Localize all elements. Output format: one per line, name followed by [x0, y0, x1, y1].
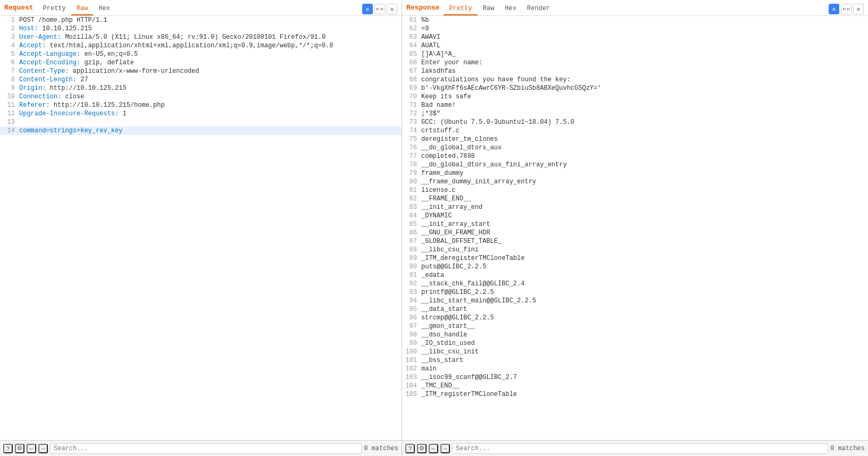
table-row: 4 Accept: text/html,application/xhtml+xm… — [0, 41, 402, 50]
table-row: 105_ITM_registerTMCloneTable — [402, 390, 868, 399]
table-row: 80__frame_dummy_init_array_entry — [402, 178, 868, 186]
table-row: 63AWAVI — [402, 33, 868, 41]
table-row: 102main — [402, 365, 868, 373]
response-search-input[interactable] — [452, 443, 828, 454]
request-settings-btn[interactable]: ⚙ — [15, 444, 24, 453]
table-row: 94__libc_start_main@@GLIBC_2.2.5 — [402, 297, 868, 305]
request-forward-btn[interactable]: → — [38, 444, 48, 453]
table-row: 70Keep its safe — [402, 92, 868, 101]
tab-request-hex[interactable]: Hex — [93, 3, 115, 15]
table-row: 7 Content-Type: application/x-www-form-u… — [0, 67, 402, 75]
request-bottom-bar: ? ⚙ ← → 0 matches — [0, 441, 402, 456]
table-row: 3 User-Agent: Mozilla/5.0 (X11; Linux x8… — [0, 33, 402, 41]
tab-response-render[interactable]: Render — [522, 3, 555, 15]
table-row: 99_IO_stdin_used — [402, 339, 868, 348]
table-row: 2 Host: 10.10.125.215 — [0, 24, 402, 33]
table-row: 69b'-VkgXhFf6sAEcAwrC6YR-SZbiuSb8ABXeQuv… — [402, 84, 868, 92]
request-content: 1 POST /home.php HTTP/1.1 2 Host: 10.10.… — [0, 16, 402, 440]
table-row: 73GCC: (Ubuntu 7.5.0-3ubuntu1~18.04) 7.5… — [402, 118, 868, 126]
table-row: 67laksdhfas — [402, 67, 868, 75]
table-row: 11 Referer: http://10.10.125.215/home.ph… — [0, 101, 402, 109]
table-row: 13 — [0, 118, 402, 126]
table-row: 96strcmp@@GLIBC_2.2.5 — [402, 314, 868, 322]
tab-response-raw[interactable]: Raw — [478, 3, 500, 15]
response-forward-btn[interactable]: → — [440, 444, 450, 453]
table-row: 76__do_global_dtors_aux — [402, 143, 868, 152]
table-row: 91_edata — [402, 271, 868, 280]
table-row: 64AUATL — [402, 41, 868, 50]
table-row: 88__libc_csu_fini — [402, 246, 868, 254]
table-row: 86__GNU_EH_FRAME_HDR — [402, 229, 868, 237]
table-row: 81license.c — [402, 186, 868, 195]
table-row: 6 Accept-Encoding: gzip, deflate — [0, 58, 402, 67]
response-content: 61%b 62=9 63AWAVI 64AUATL 65[]A\A]^A_ 66… — [402, 16, 868, 440]
response-help-btn[interactable]: ? — [405, 444, 415, 453]
request-icon-wrap[interactable]: ≡ — [362, 4, 373, 14]
table-row: 77completed.7698 — [402, 152, 868, 161]
request-tabs: Pretty Raw Hex — [38, 3, 115, 15]
request-icon-newline[interactable]: ↵n — [374, 4, 385, 14]
table-row: 103__isoc99_scanf@@GLIBC_2.7 — [402, 373, 868, 382]
table-row: 61%b — [402, 16, 868, 24]
response-matches-label: 0 matches — [830, 445, 865, 452]
tab-request-pretty[interactable]: Pretty — [38, 3, 71, 15]
table-row: 72;*3$" — [402, 109, 868, 118]
response-back-btn[interactable]: ← — [429, 444, 438, 453]
table-row: 104_TMC_END__ — [402, 382, 868, 390]
table-row: 65[]A\A]^A_ — [402, 50, 868, 58]
tab-response-hex[interactable]: Hex — [499, 3, 522, 15]
response-settings-btn[interactable]: ⚙ — [417, 444, 427, 453]
response-title: Response — [406, 4, 439, 14]
table-row: 1 POST /home.php HTTP/1.1 — [0, 16, 402, 24]
tab-request-raw[interactable]: Raw — [71, 3, 94, 15]
table-row: 92__stack_chk_fail@@GLIBC_2.4 — [402, 280, 868, 288]
table-row: 79frame_dummy — [402, 169, 868, 178]
table-row: 83__init_array_end — [402, 203, 868, 212]
response-bottom-bar: ? ⚙ ← → 0 matches — [402, 441, 868, 456]
table-row: 66Enter your name: — [402, 58, 868, 67]
table-row: 90puts@@GLIBC_2.2.5 — [402, 263, 868, 271]
table-row: 98__dso_handle — [402, 331, 868, 339]
table-row: 93printf@@GLIBC_2.2.5 — [402, 288, 868, 297]
response-icon-wrap[interactable]: ≡ — [829, 4, 839, 14]
table-row: 68congratulations you have found the key… — [402, 75, 868, 84]
request-title: Request — [4, 4, 34, 14]
response-icon-menu[interactable]: ≡ — [853, 4, 864, 14]
table-row: 97__gmon_start__ — [402, 322, 868, 331]
table-row: 62=9 — [402, 24, 868, 33]
request-matches-label: 0 matches — [364, 445, 398, 452]
table-row: 14 command=strings+key_rev_key — [0, 126, 402, 135]
request-search-input[interactable] — [50, 443, 362, 454]
request-help-btn[interactable]: ? — [3, 444, 13, 453]
table-row: 89_ITM_deregisterTMCloneTable — [402, 254, 868, 263]
table-row: 85__init_array_start — [402, 220, 868, 229]
request-back-btn[interactable]: ← — [27, 444, 36, 453]
response-tabs: Pretty Raw Hex Render — [444, 3, 555, 15]
response-panel: Response Pretty Raw Hex Render ≡ ↵n ≡ 61… — [402, 0, 868, 440]
table-row: 9 Origin: http://10.10.125.215 — [0, 84, 402, 92]
table-row: 84_DYNAMIC — [402, 212, 868, 220]
table-row: 78__do_global_dtors_aux_fini_array_entry — [402, 161, 868, 169]
table-row: 10 Connection: close — [0, 92, 402, 101]
table-row: 71Bad name! — [402, 101, 868, 109]
table-row: 101__bss_start — [402, 356, 868, 365]
table-row: 95__data_start — [402, 305, 868, 314]
table-row: 12 Upgrade-Insecure-Requests: 1 — [0, 109, 402, 118]
response-icon-newline[interactable]: ↵n — [841, 4, 852, 14]
table-row: 100__libc_csu_init — [402, 348, 868, 356]
table-row: 75deregister_tm_clones — [402, 135, 868, 143]
request-icon-menu[interactable]: ≡ — [387, 4, 397, 14]
table-row: 74crtstuff.c — [402, 126, 868, 135]
table-row: 5 Accept-Language: en-US,en;q=0.5 — [0, 50, 402, 58]
tab-response-pretty[interactable]: Pretty — [444, 3, 477, 15]
table-row: 82__FRAME_END__ — [402, 195, 868, 203]
table-row: 87_GLOBAL_OFFSET_TABLE_ — [402, 237, 868, 246]
table-row: 8 Content-Length: 27 — [0, 75, 402, 84]
